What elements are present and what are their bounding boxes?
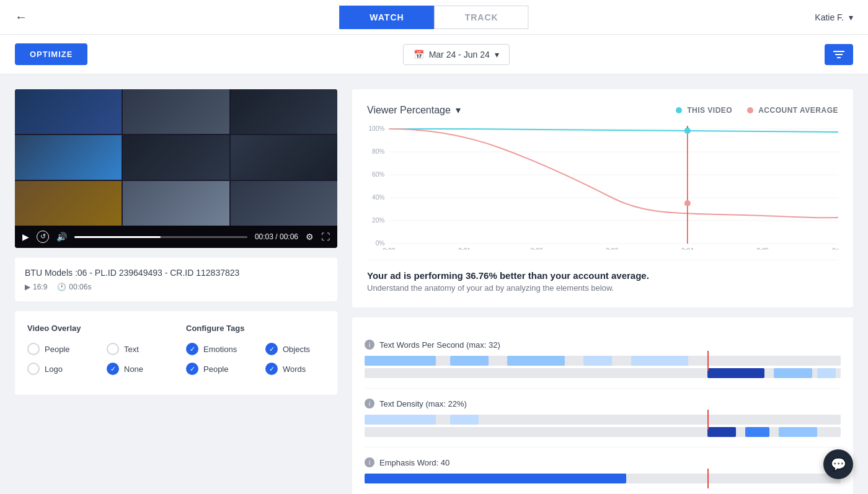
progress-bar[interactable]: [74, 236, 247, 238]
performance-main-text: Your ad is performing 36.76% better than…: [367, 270, 838, 281]
video-cell: [15, 181, 122, 226]
overlay-logo: Logo: [27, 363, 87, 375]
overlay-title: Video Overlay: [27, 324, 87, 333]
svg-text:60%: 60%: [372, 171, 384, 178]
top-navigation: ← WATCH TRACK Katie F. ▾: [0, 0, 868, 35]
svg-text:0:03: 0:03: [606, 247, 618, 250]
logo-checkbox[interactable]: [27, 363, 40, 375]
duration-value: 00:06s: [69, 283, 91, 291]
chat-bubble[interactable]: 💬: [823, 449, 853, 479]
settings-icon[interactable]: ⚙: [306, 232, 314, 242]
svg-point-18: [684, 200, 691, 206]
bar-fill: [365, 415, 436, 425]
bar-fill: [365, 356, 436, 366]
none-checkbox[interactable]: ✓: [107, 363, 119, 375]
video-cell: [123, 181, 229, 226]
filter-button[interactable]: [825, 44, 853, 65]
back-icon: ←: [15, 10, 27, 24]
bar-fill: [450, 415, 479, 425]
text-checkbox[interactable]: [107, 343, 119, 355]
words-checkbox[interactable]: ✓: [265, 363, 278, 375]
svg-text:100%: 100%: [369, 126, 385, 132]
metric-label: Text Words Per Second (max: 32): [379, 340, 500, 350]
clock-icon: 🕐: [57, 283, 66, 291]
video-controls: ▶ ↺ 🔊 00:03 / 00:06 ⚙ ⛶: [15, 226, 337, 248]
bar-fill-dark: [707, 427, 736, 437]
emotions-label: Emotions: [203, 345, 237, 354]
fullscreen-icon[interactable]: ⛶: [321, 232, 330, 242]
svg-text:0:01: 0:01: [458, 247, 471, 250]
back-button[interactable]: ←: [15, 10, 27, 24]
text-column: - Text ✓ None: [107, 324, 166, 382]
metric-text-density: i Text Density (max: 22%): [365, 389, 841, 448]
objects-column: - ✓ Objects ✓ Words: [265, 324, 325, 382]
legend-account-avg: ACCOUNT AVERAGE: [747, 106, 838, 115]
bar-track: [365, 474, 841, 483]
time-separator: /: [275, 232, 280, 241]
svg-text:80%: 80%: [372, 148, 384, 155]
date-picker[interactable]: 📅 Mar 24 - Jun 24 ▾: [403, 44, 510, 65]
panel-columns: Video Overlay People Logo - Text: [27, 324, 325, 382]
tag-words: ✓ Words: [265, 363, 325, 375]
volume-icon[interactable]: 🔊: [56, 232, 67, 242]
user-name: Katie F.: [815, 12, 844, 22]
metric-label: Text Density (max: 22%): [379, 399, 467, 408]
marker-line: [707, 469, 709, 488]
play-small-icon: ▶: [25, 283, 30, 291]
overlay-column: Video Overlay People Logo: [27, 324, 87, 382]
time-display: 00:03 / 00:06: [255, 232, 298, 241]
chat-icon: 💬: [831, 457, 846, 472]
svg-text:0:05: 0:05: [757, 247, 769, 250]
people-checkbox[interactable]: [27, 343, 40, 355]
right-panel: Viewer Percentage ▾ THIS VIDEO ACCOUNT A…: [352, 89, 853, 494]
svg-text:0:00: 0:00: [383, 247, 396, 250]
total-time: 00:06: [280, 232, 298, 241]
user-menu[interactable]: Katie F. ▾: [815, 12, 853, 22]
overlay-people: People: [27, 343, 87, 355]
replay-icon[interactable]: ↺: [37, 231, 49, 243]
video-cell: [231, 181, 337, 226]
dropdown-icon: ▾: [495, 50, 499, 60]
optimize-button[interactable]: OPTIMIZE: [15, 43, 87, 65]
configure-column: Configure Tags ✓ Emotions ✓ People: [186, 324, 246, 382]
bar-fill: [631, 356, 688, 366]
video-title: BTU Models :06 - PL.ID 239649493 - CR.ID…: [25, 268, 327, 278]
svg-text:40%: 40%: [372, 194, 384, 201]
bar-track-2: [365, 368, 841, 378]
bar-fill: [817, 368, 836, 378]
tag-people-checkbox[interactable]: ✓: [186, 363, 198, 375]
info-icon: i: [365, 340, 374, 350]
progress-fill: [74, 236, 161, 238]
watch-tab[interactable]: WATCH: [339, 6, 434, 29]
tag-people: ✓ People: [186, 363, 246, 375]
video-cell: [123, 135, 229, 180]
emotions-checkbox[interactable]: ✓: [186, 343, 198, 355]
bar-fill: [450, 356, 488, 366]
video-info: BTU Models :06 - PL.ID 239649493 - CR.ID…: [15, 258, 337, 301]
overlay-panel: Video Overlay People Logo - Text: [15, 311, 337, 395]
bar-track: [365, 415, 841, 425]
chart-chevron-icon: ▾: [456, 104, 461, 116]
svg-point-17: [684, 128, 691, 134]
svg-text:20%: 20%: [372, 217, 384, 224]
legend-this-dot: [676, 107, 682, 113]
objects-checkbox[interactable]: ✓: [265, 343, 278, 355]
objects-label: Objects: [283, 345, 310, 354]
play-icon[interactable]: ▶: [22, 232, 29, 242]
configure-title: Configure Tags: [186, 324, 246, 333]
main-content: ▶ ↺ 🔊 00:03 / 00:06 ⚙ ⛶ BTU Models :06 -…: [0, 74, 868, 494]
chart-container: Viewer Percentage ▾ THIS VIDEO ACCOUNT A…: [352, 89, 853, 307]
metric-header: i Text Words Per Second (max: 32): [365, 340, 841, 350]
svg-text:0%: 0%: [376, 240, 385, 247]
bar-fill-dark: [707, 368, 764, 378]
performance-message: Your ad is performing 36.76% better than…: [367, 260, 838, 293]
tag-emotions: ✓ Emotions: [186, 343, 246, 355]
legend-this-label: THIS VIDEO: [687, 106, 732, 115]
legend-avg-label: ACCOUNT AVERAGE: [758, 106, 838, 115]
chart-title-wrapper[interactable]: Viewer Percentage ▾: [367, 104, 461, 116]
video-grid: [15, 89, 337, 226]
current-time: 00:03: [255, 232, 273, 241]
overlay-text: Text: [107, 343, 166, 355]
aspect-value: 16:9: [33, 283, 47, 291]
track-tab[interactable]: TRACK: [435, 6, 529, 29]
